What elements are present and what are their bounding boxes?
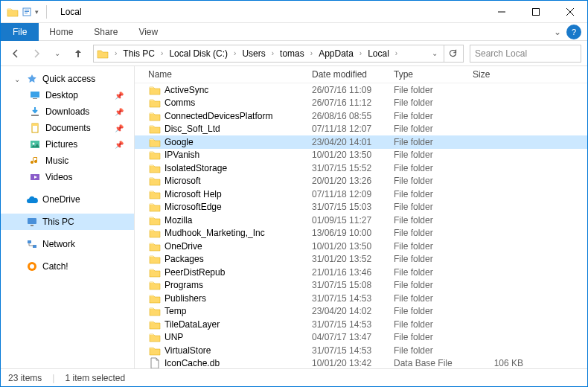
minimize-button[interactable] bbox=[485, 1, 519, 23]
file-date: 20/01/20 13:26 bbox=[312, 176, 394, 186]
svg-rect-14 bbox=[31, 225, 33, 226]
folder-icon bbox=[148, 201, 162, 213]
sidebar-item-pictures[interactable]: Pictures📌 bbox=[1, 136, 134, 153]
back-button[interactable] bbox=[7, 45, 25, 63]
qat-dropdown-icon[interactable]: ▾ bbox=[35, 8, 39, 16]
file-name: Microsoft Help bbox=[164, 189, 312, 199]
sidebar-item-music[interactable]: Music bbox=[1, 153, 134, 169]
breadcrumb-item[interactable]: This PC bbox=[120, 48, 158, 59]
file-row[interactable]: PeerDistRepub 21/01/16 13:46 File folder bbox=[135, 266, 587, 279]
chevron-right-icon[interactable]: › bbox=[392, 49, 400, 57]
column-size[interactable]: Size bbox=[473, 69, 532, 80]
breadcrumb-item[interactable]: AppData bbox=[316, 48, 357, 59]
chevron-right-icon[interactable]: › bbox=[158, 49, 166, 57]
sidebar-item-videos[interactable]: Videos bbox=[1, 169, 134, 185]
file-row[interactable]: Microsoft Help 07/11/18 12:09 File folde… bbox=[135, 188, 587, 201]
file-date: 10/01/20 13:50 bbox=[312, 241, 394, 252]
file-row[interactable]: MicrosoftEdge 31/07/15 15:03 File folder bbox=[135, 201, 587, 214]
sidebar-item-label: Documents bbox=[45, 123, 91, 133]
sidebar-quick-access[interactable]: ⌄ Quick access bbox=[1, 71, 134, 87]
sidebar-catch[interactable]: › Catch! bbox=[1, 258, 134, 275]
folder-icon bbox=[148, 240, 162, 252]
breadcrumb-item[interactable]: Users bbox=[239, 48, 268, 59]
file-type: File folder bbox=[394, 137, 473, 147]
file-date: 23/04/20 14:01 bbox=[312, 137, 394, 147]
chevron-right-icon[interactable]: › bbox=[269, 49, 277, 57]
search-input[interactable]: Search Local bbox=[470, 45, 581, 63]
chevron-right-icon[interactable]: › bbox=[231, 49, 239, 57]
file-row[interactable]: IsolatedStorage 31/07/15 15:52 File fold… bbox=[135, 161, 587, 175]
file-type: File folder bbox=[394, 319, 473, 330]
file-type: File folder bbox=[394, 267, 473, 278]
forward-button[interactable] bbox=[28, 45, 45, 63]
file-tab[interactable]: File bbox=[1, 23, 39, 41]
help-button[interactable]: ? bbox=[566, 25, 581, 39]
ribbon-expand-icon[interactable]: ⌄ bbox=[549, 27, 566, 37]
file-row[interactable]: Temp 23/04/20 14:02 File folder bbox=[135, 305, 587, 319]
file-row[interactable]: Programs 31/07/15 15:08 File folder bbox=[135, 279, 587, 292]
folder-icon bbox=[148, 175, 162, 187]
column-date[interactable]: Date modified bbox=[312, 69, 394, 80]
file-row[interactable]: Packages 31/01/20 13:52 File folder bbox=[135, 253, 587, 266]
divider bbox=[46, 5, 47, 19]
file-date: 31/07/15 14:53 bbox=[312, 345, 394, 356]
file-row[interactable]: IconCache.db 10/01/20 13:42 Data Base Fi… bbox=[135, 357, 587, 369]
svg-rect-1 bbox=[25, 10, 29, 10]
breadcrumb-item[interactable]: Local Disk (C:) bbox=[166, 48, 231, 59]
file-row[interactable]: IPVanish 10/01/20 13:50 File folder bbox=[135, 149, 587, 162]
sidebar-network[interactable]: › Network bbox=[1, 236, 134, 252]
file-row[interactable]: Publishers 31/07/15 14:53 File folder bbox=[135, 292, 587, 305]
recent-dropdown-icon[interactable]: ⌄ bbox=[48, 45, 66, 63]
content-area: Name Date modified Type Size ActiveSync … bbox=[135, 66, 587, 368]
file-name: Comms bbox=[164, 97, 312, 108]
tab-home[interactable]: Home bbox=[39, 23, 83, 41]
statusbar: 23 items | 1 item selected bbox=[1, 368, 587, 386]
file-row[interactable]: ActiveSync 26/07/16 11:09 File folder bbox=[135, 83, 587, 97]
file-row[interactable]: Comms 26/07/16 11:12 File folder bbox=[135, 97, 587, 110]
file-row[interactable]: Disc_Soft_Ltd 07/11/18 12:07 File folder bbox=[135, 123, 587, 136]
file-row[interactable]: Google 23/04/20 14:01 File folder bbox=[135, 135, 587, 149]
file-date: 31/07/15 14:53 bbox=[312, 293, 394, 304]
column-name[interactable]: Name bbox=[139, 69, 312, 80]
sidebar-onedrive[interactable]: › OneDrive bbox=[1, 191, 134, 208]
file-row[interactable]: Mozilla 01/09/15 11:27 File folder bbox=[135, 214, 587, 227]
chevron-right-icon[interactable]: › bbox=[357, 49, 365, 57]
file-name: IPVanish bbox=[164, 150, 312, 160]
address-bar[interactable]: › This PC › Local Disk (C:) › Users › to… bbox=[93, 45, 464, 63]
address-dropdown-icon[interactable]: ⌄ bbox=[426, 45, 444, 63]
tab-share[interactable]: Share bbox=[83, 23, 128, 41]
folder-icon bbox=[148, 266, 162, 278]
tab-view[interactable]: View bbox=[128, 23, 168, 41]
file-row[interactable]: Microsoft 20/01/20 13:26 File folder bbox=[135, 175, 587, 188]
file-type: File folder bbox=[394, 215, 473, 226]
refresh-button[interactable] bbox=[444, 45, 461, 62]
properties-icon[interactable] bbox=[22, 7, 32, 17]
chevron-right-icon[interactable]: › bbox=[307, 49, 316, 57]
sidebar-item-downloads[interactable]: Downloads📌 bbox=[1, 103, 134, 120]
caret-icon[interactable]: ⌄ bbox=[14, 75, 22, 83]
maximize-button[interactable] bbox=[519, 1, 553, 23]
up-button[interactable] bbox=[69, 45, 87, 63]
breadcrumb-item[interactable]: tomas bbox=[277, 48, 307, 59]
star-icon bbox=[26, 73, 38, 85]
pin-icon: 📌 bbox=[115, 141, 128, 149]
breadcrumb-item[interactable]: Local bbox=[365, 48, 392, 59]
sidebar-item-desktop[interactable]: Desktop📌 bbox=[1, 87, 134, 103]
file-row[interactable]: VirtualStore 31/07/15 14:53 File folder bbox=[135, 344, 587, 357]
svg-rect-9 bbox=[32, 124, 38, 126]
file-row[interactable]: OneDrive 10/01/20 13:50 File folder bbox=[135, 240, 587, 253]
column-type[interactable]: Type bbox=[394, 69, 473, 80]
column-headers: Name Date modified Type Size bbox=[135, 66, 587, 83]
file-row[interactable]: ConnectedDevicesPlatform 26/08/16 08:55 … bbox=[135, 109, 587, 123]
sidebar-label: Network bbox=[42, 239, 75, 249]
file-list: ActiveSync 26/07/16 11:09 File folder Co… bbox=[135, 83, 587, 368]
status-selection: 1 item selected bbox=[65, 373, 125, 383]
sidebar-item-documents[interactable]: Documents📌 bbox=[1, 120, 134, 136]
file-row[interactable]: UNP 04/07/17 13:47 File folder bbox=[135, 331, 587, 345]
close-button[interactable] bbox=[553, 1, 587, 23]
sidebar-this-pc[interactable]: › This PC bbox=[1, 214, 134, 230]
file-row[interactable]: TileDataLayer 31/07/15 14:53 File folder bbox=[135, 318, 587, 331]
file-row[interactable]: Mudhook_Marketing,_Inc 13/06/19 10:00 Fi… bbox=[135, 227, 587, 240]
file-name: Disc_Soft_Ltd bbox=[164, 124, 312, 134]
chevron-right-icon[interactable]: › bbox=[112, 49, 120, 57]
